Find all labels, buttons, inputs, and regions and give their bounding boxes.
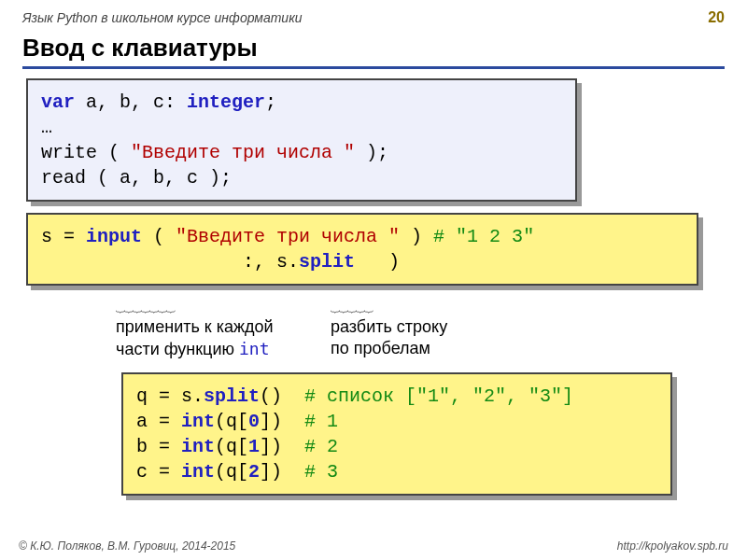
kw-input: input: [86, 226, 142, 247]
comment: # "1 2 3": [433, 226, 534, 247]
kw-int: int: [181, 436, 215, 457]
annotation-right: разбить строку по пробелам: [331, 316, 527, 361]
annotations-block: ⏟⏟⏟⏟⏟⏟⏟ ⏟⏟⏟⏟⏟ применить к каждой части ф…: [22, 297, 725, 361]
page-number: 20: [708, 9, 725, 26]
footer-bar: © К.Ю. Поляков, В.М. Гуровиц, 2014-2015 …: [0, 539, 747, 553]
url-text: http://kpolyakov.spb.ru: [617, 539, 728, 553]
string-literal: "Введите три числа ": [176, 226, 400, 247]
kw-int: int: [181, 411, 215, 432]
pascal-code-box: var a, b, c: integer; … write ( "Введите…: [26, 78, 577, 202]
kw-int: int: [181, 461, 215, 483]
index-2: 2: [248, 461, 260, 483]
comment: # 3: [304, 461, 338, 483]
annotation-left: применить к каждой части функцию int: [116, 316, 331, 361]
kw-split: split: [204, 385, 260, 407]
kw-int-inline: int: [239, 339, 270, 358]
index-1: 1: [248, 436, 260, 457]
comment: # 1: [304, 411, 338, 432]
python-code-box-2: q = s.split() # список ["1", "2", "3"] a…: [121, 372, 672, 496]
annotation-braces: ⏟⏟⏟⏟⏟⏟⏟ ⏟⏟⏟⏟⏟: [116, 297, 725, 316]
comment: # список ["1", "2", "3"]: [304, 385, 573, 407]
comment: # 2: [304, 436, 338, 457]
index-0: 0: [248, 411, 260, 432]
subject-text: Язык Python в школьном курсе информатики: [22, 10, 303, 25]
python-code-box-1: s = input ( "Введите три числа " ) # "1 …: [26, 213, 698, 286]
kw-split: split: [299, 251, 355, 273]
header-bar: Язык Python в школьном курсе информатики…: [0, 0, 747, 30]
slide-title: Ввод с клавиатуры: [22, 34, 725, 69]
copyright-text: © К.Ю. Поляков, В.М. Гуровиц, 2014-2015: [19, 539, 235, 553]
string-literal: "Введите три числа ": [131, 142, 355, 163]
kw-var: var: [41, 91, 75, 113]
kw-integer: integer: [187, 91, 265, 113]
